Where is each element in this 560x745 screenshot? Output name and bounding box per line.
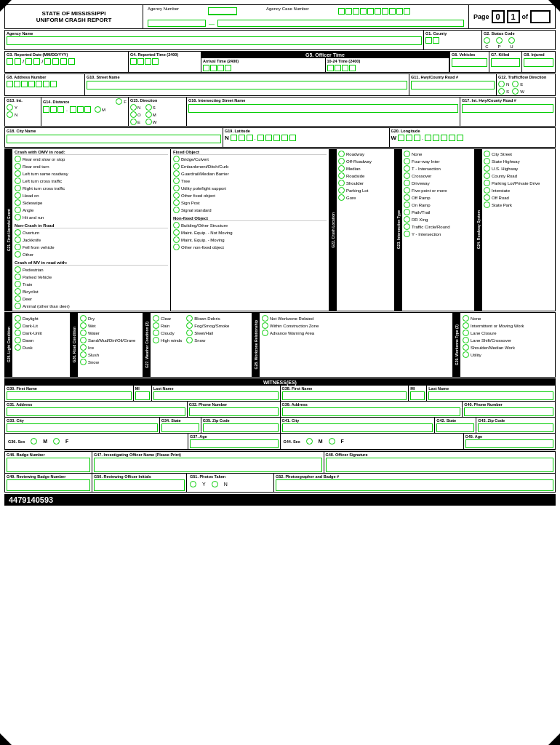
crash-mv-deer[interactable]: Deer — [15, 295, 168, 302]
light-dawn[interactable]: Dawn — [15, 337, 68, 343]
g47-officer-name[interactable]: G47. Investigating Officer Name (Please … — [92, 452, 324, 473]
g39-address[interactable]: G39. Address — [281, 402, 463, 417]
loc-parking[interactable]: Parking Lot — [338, 187, 393, 194]
light-dark-lit[interactable]: Dark-Lit — [15, 322, 68, 329]
road-ice[interactable]: Ice — [80, 344, 140, 351]
g35-zip[interactable]: G35. Zip Code — [201, 418, 281, 433]
fixed-other[interactable]: Other fixed object — [173, 192, 327, 199]
fixed-signal[interactable]: Signal standard — [173, 207, 327, 213]
weather-sleet[interactable]: Sleet/Hail — [186, 330, 229, 336]
int-rr[interactable]: RR Xing — [404, 216, 473, 223]
weather-cloudy[interactable]: Cloudy — [153, 330, 182, 336]
int-none[interactable]: None — [404, 151, 473, 157]
weather-snow[interactable]: Snow — [186, 337, 229, 343]
weather-blown[interactable]: Blown Debris — [186, 315, 229, 322]
wz-advance[interactable]: Advance Warning Area — [262, 330, 450, 336]
g33-city[interactable]: G33. City — [5, 418, 160, 433]
non-crash-jackknife[interactable]: Jackknife — [15, 236, 168, 243]
g38-firstname[interactable]: G38. First Name — [281, 386, 409, 401]
g7-killed[interactable]: G7. Killed — [489, 52, 522, 72]
int-fivepoint[interactable]: Five-point or more — [404, 187, 473, 194]
road-county[interactable]: County Road — [484, 172, 553, 179]
int-off-ramp[interactable]: Off Ramp — [404, 194, 473, 201]
road-wet[interactable]: Wet — [80, 322, 140, 329]
loc-roadway[interactable]: Roadway — [338, 151, 393, 157]
g42-state[interactable]: G42. State — [435, 418, 476, 433]
non-crash-other[interactable]: Other — [15, 251, 168, 258]
int-path[interactable]: Path/Trail — [404, 209, 473, 215]
g48-signature[interactable]: G48. Officer Signature — [324, 452, 556, 473]
g30-firstname[interactable]: G30. First Name — [5, 386, 134, 401]
g8-address[interactable]: G8. Address Number — [5, 74, 85, 95]
int-on-ramp[interactable]: On Ramp — [404, 202, 473, 208]
g12-direction[interactable]: G12. Trafficflow Direction N S E W — [497, 74, 555, 95]
g11-hwy[interactable]: G11. Hwy/County Road # — [409, 74, 497, 95]
loc-off-roadway[interactable]: Off-Roadway — [338, 158, 393, 164]
loc-gore[interactable]: Gore — [338, 194, 393, 201]
road-city[interactable]: City Street — [484, 151, 553, 157]
g14-distance[interactable]: G14. Distance F . M — [41, 97, 129, 126]
g6-vehicles[interactable]: G6. Vehicles — [449, 52, 489, 72]
g37-age[interactable]: G37. Age — [188, 434, 281, 449]
g44-sex[interactable]: G44. Sex M F — [281, 434, 464, 449]
crash-mv-animal[interactable]: Animal (other than deer) — [15, 303, 168, 309]
road-interstate[interactable]: Interstate — [484, 187, 553, 194]
int-driveway[interactable]: Driveway — [404, 180, 473, 186]
g17-int-hwy[interactable]: G17. Int. Hwy/County Road # — [460, 97, 555, 126]
g16-intersecting[interactable]: G16. Intersecting Street Name — [187, 97, 460, 126]
fixed-bridge[interactable]: Bridge/Culvert — [173, 156, 327, 162]
g45-age[interactable]: G45. Age — [464, 434, 556, 449]
int-t[interactable]: T - Intersection — [404, 165, 473, 172]
loc-median[interactable]: Median — [338, 165, 393, 172]
crash-omv-angle[interactable]: Angle — [15, 207, 168, 213]
crash-omv-left-same[interactable]: Left turn same roadway — [15, 170, 168, 177]
crash-mv-train[interactable]: Train — [15, 281, 168, 287]
fixed-sign[interactable]: Sign Post — [173, 199, 327, 206]
wztype-lane-closure[interactable]: Lane Closure — [463, 330, 553, 336]
crash-omv-right-cross[interactable]: Right turn cross traffic — [15, 185, 168, 191]
g38-mi[interactable]: MI — [409, 386, 427, 401]
crash-mv-bicyclist[interactable]: Bicyclist — [15, 288, 168, 295]
g40-phone[interactable]: G40. Phone Number — [463, 402, 555, 417]
fixed-embankment[interactable]: Embankment/Ditch/Curb — [173, 163, 327, 170]
g18-city[interactable]: G18. City Name — [5, 128, 223, 147]
g30-mi[interactable]: MI — [134, 386, 152, 401]
g32-phone[interactable]: G32. Phone Number — [188, 402, 281, 417]
crash-omv-rear-slow[interactable]: Rear end slow or stop — [15, 156, 168, 162]
fixed-guardrail[interactable]: Guardrail/Median Barrier — [173, 170, 327, 177]
nonfixed-building[interactable]: Building/Other Structure — [173, 222, 327, 228]
g46-badge[interactable]: G46. Badge Number — [5, 452, 92, 473]
non-crash-fell[interactable]: Fell from vehicle — [15, 244, 168, 250]
g43-zip[interactable]: G43. Zip Code — [476, 418, 555, 433]
non-crash-overturn[interactable]: Overturn — [15, 229, 168, 236]
g10-street[interactable]: G10. Street Name — [85, 74, 409, 95]
loc-shoulder[interactable]: Shoulder — [338, 180, 393, 186]
g4-time[interactable]: G4. Reported Time (2400) — [129, 52, 201, 72]
light-dark-unlit[interactable]: Dark-Unlit — [15, 330, 68, 336]
int-y[interactable]: Y - Intersection — [404, 231, 473, 237]
g8-injured[interactable]: G8. Injured — [522, 52, 555, 72]
g15-direction[interactable]: G15. Direction N O E S M W — [129, 97, 187, 126]
int-traffic-circle[interactable]: Traffic Circle/Round — [404, 223, 473, 230]
nonfixed-maint-moving[interactable]: Maint. Equip. - Moving — [173, 236, 327, 243]
crash-omv-hit-run[interactable]: Hit and run — [15, 214, 168, 220]
loc-roadside[interactable]: Roadside — [338, 172, 393, 179]
crash-mv-pedestrian[interactable]: Pedestrian — [15, 266, 168, 273]
g2-status-code[interactable]: G2. Status Code C P U — [482, 31, 555, 49]
wztype-intermittent[interactable]: Intermittent or Moving Work — [463, 322, 553, 329]
g20-longitude[interactable]: G20. Longitude W . — [390, 128, 556, 147]
g38-lastname[interactable]: Last Name — [427, 386, 555, 401]
road-slush[interactable]: Slush — [80, 351, 140, 358]
crash-omv-left-cross[interactable]: Left turn cross traffic — [15, 178, 168, 184]
crash-omv-head-on[interactable]: Head on — [15, 192, 168, 199]
road-state-park[interactable]: State Park — [484, 202, 553, 208]
crash-omv-sideswipe[interactable]: Sideswipe — [15, 199, 168, 206]
g5-arrival[interactable]: Arrival Time (2400) — [201, 58, 326, 72]
nonfixed-other[interactable]: Other non-fixed object — [173, 244, 327, 250]
g19-latitude[interactable]: G19. Latitude N . — [223, 128, 390, 147]
road-off[interactable]: Off Road — [484, 194, 553, 201]
wz-construction[interactable]: Within Construction Zone — [262, 322, 450, 329]
weather-fog[interactable]: Fog/Smog/Smoke — [186, 322, 229, 329]
wztype-none[interactable]: None — [463, 315, 553, 322]
g36-sex[interactable]: G36. Sex M F — [5, 434, 188, 449]
